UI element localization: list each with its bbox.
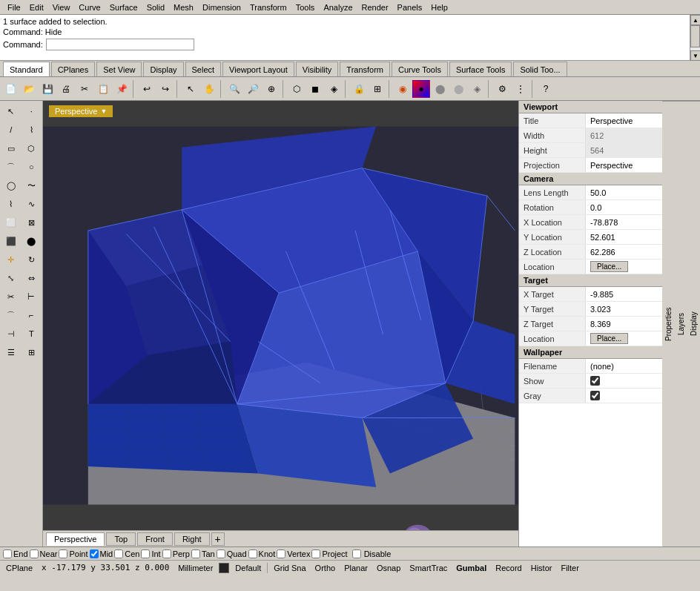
tb-select[interactable]: ↖ [182, 80, 199, 98]
lt-move[interactable]: ✛ [1, 251, 21, 268]
lt-extend[interactable]: ⊢ [22, 288, 42, 306]
tab-setview[interactable]: Set View [96, 62, 142, 76]
tb-grid-set[interactable]: ⋮ [512, 80, 529, 98]
menu-help[interactable]: Help [426, 2, 452, 13]
target-place-button[interactable]: Place... [590, 333, 628, 344]
osnap-quad-cb[interactable] [217, 549, 225, 558]
osnap-near-cb[interactable] [30, 549, 39, 558]
ortho-btn[interactable]: Ortho [312, 564, 339, 572]
place-button[interactable]: Place... [590, 261, 628, 272]
scrollbar-up-arrow[interactable]: ▲ [690, 15, 700, 25]
tb-sphere2[interactable]: ⬤ [449, 80, 467, 98]
tab-front[interactable]: Front [137, 532, 173, 546]
lt-trim[interactable]: ✂ [1, 288, 21, 306]
tab-solid-tools[interactable]: Solid Too... [513, 62, 567, 76]
tab-transform[interactable]: Transform [340, 62, 390, 76]
tab-select[interactable]: Select [185, 62, 222, 76]
tb-wireframe[interactable]: ⬡ [288, 80, 306, 98]
tb-save[interactable]: 💾 [39, 80, 56, 98]
side-tab-properties[interactable]: Properties [662, 101, 675, 547]
tab-right[interactable]: Right [174, 532, 210, 546]
tab-standard[interactable]: Standard [3, 62, 50, 76]
lt-box[interactable]: ⬛ [1, 232, 21, 250]
scrollbar-down-arrow[interactable]: ▼ [690, 50, 700, 61]
menu-dimension[interactable]: Dimension [198, 2, 245, 13]
lt-circle[interactable]: ○ [22, 158, 42, 176]
osnap-knot-cb[interactable] [248, 549, 257, 558]
menu-analyze[interactable]: Analyze [319, 2, 357, 13]
osnap-btn[interactable]: Osnap [374, 564, 403, 572]
tb-zoom-all[interactable]: ⊕ [262, 80, 280, 98]
lt-surface[interactable]: ⬜ [1, 214, 21, 231]
menu-mesh[interactable]: Mesh [169, 2, 198, 13]
tb-new[interactable]: 📄 [1, 80, 19, 98]
menu-solid[interactable]: Solid [142, 2, 169, 13]
record-btn[interactable]: Record [492, 564, 524, 572]
tb-zoom-win[interactable]: 🔎 [244, 80, 262, 98]
tb-render[interactable]: ◈ [325, 80, 343, 98]
tb-color1[interactable]: ● [412, 80, 430, 98]
grid-snap-btn[interactable]: Grid Sna [271, 564, 308, 572]
lt-rotate[interactable]: ↻ [22, 251, 42, 268]
lt-dim[interactable]: ⊣ [1, 325, 21, 343]
planar-btn[interactable]: Planar [341, 564, 371, 572]
lt-line[interactable]: / [1, 121, 21, 139]
menu-panels[interactable]: Panels [393, 2, 427, 13]
viewport-label-btn[interactable]: Perspective ▼ [49, 105, 113, 117]
tab-perspective[interactable]: Perspective [46, 532, 105, 546]
osnap-tan-cb[interactable] [191, 549, 200, 558]
lt-fillet[interactable]: ⌒ [1, 306, 21, 324]
osnap-project-cb[interactable] [311, 549, 320, 558]
lt-arc[interactable]: ⌒ [1, 158, 21, 176]
osnap-end-cb[interactable] [3, 549, 12, 558]
tb-snap[interactable]: ⊞ [369, 80, 386, 98]
menu-view[interactable]: View [48, 2, 75, 13]
tb-zoom-ext[interactable]: 🔍 [225, 80, 243, 98]
filter-btn[interactable]: Filter [558, 564, 581, 572]
tab-cplanes[interactable]: CPlanes [51, 62, 96, 76]
lt-select[interactable]: ↖ [1, 102, 21, 120]
tb-shaded[interactable]: ◼ [306, 80, 324, 98]
osnap-vertex-cb[interactable] [277, 549, 285, 558]
show-checkbox[interactable] [590, 376, 600, 386]
lt-polyline[interactable]: ⌇ [22, 121, 42, 139]
tab-top[interactable]: Top [106, 532, 136, 546]
tb-settings[interactable]: ⚙ [493, 80, 511, 98]
lt-curve[interactable]: 〜 [22, 176, 42, 194]
tb-help[interactable]: ? [537, 80, 555, 98]
lt-props[interactable]: ⊞ [22, 343, 42, 361]
tb-pan[interactable]: ✋ [200, 80, 218, 98]
lt-ellipse[interactable]: ◯ [1, 176, 21, 194]
lt-point[interactable]: · [22, 102, 42, 120]
menu-transform[interactable]: Transform [245, 2, 291, 13]
lt-sphere3d[interactable]: ⬤ [22, 232, 42, 250]
tb-material[interactable]: ◉ [394, 80, 412, 98]
command-input[interactable] [46, 39, 194, 50]
menu-surface[interactable]: Surface [105, 2, 142, 13]
menu-tools[interactable]: Tools [291, 2, 320, 13]
tb-cut[interactable]: ✂ [76, 80, 93, 98]
lt-freeform[interactable]: ⌇ [1, 195, 21, 213]
viewport-canvas[interactable]: x z y [43, 101, 518, 530]
lt-polygon[interactable]: ⬡ [22, 139, 42, 157]
osnap-int-cb[interactable] [141, 549, 150, 558]
lt-scale[interactable]: ⤡ [1, 269, 21, 287]
tab-viewport-layout[interactable]: Viewport Layout [222, 62, 294, 76]
menu-curve[interactable]: Curve [74, 2, 105, 13]
lt-chamfer[interactable]: ⌐ [22, 306, 42, 324]
lt-layer[interactable]: ☰ [1, 343, 21, 361]
lt-nurbs[interactable]: ⊠ [22, 214, 42, 231]
menu-render[interactable]: Render [357, 2, 393, 13]
lt-text[interactable]: T [22, 325, 42, 343]
lt-mirror[interactable]: ⇔ [22, 269, 42, 287]
side-tab-layers[interactable]: Layers [675, 101, 687, 547]
lt-rect[interactable]: ▭ [1, 139, 21, 157]
tb-sphere[interactable]: ⬤ [431, 80, 449, 98]
tb-copy[interactable]: 📋 [94, 80, 112, 98]
osnap-perp-cb[interactable] [162, 549, 171, 558]
tb-redo[interactable]: ↪ [156, 80, 174, 98]
side-tab-display[interactable]: Display [687, 101, 700, 547]
osnap-point-cb[interactable] [59, 549, 67, 558]
osnap-cen-cb[interactable] [114, 549, 123, 558]
tb-obj1[interactable]: ◈ [468, 80, 486, 98]
